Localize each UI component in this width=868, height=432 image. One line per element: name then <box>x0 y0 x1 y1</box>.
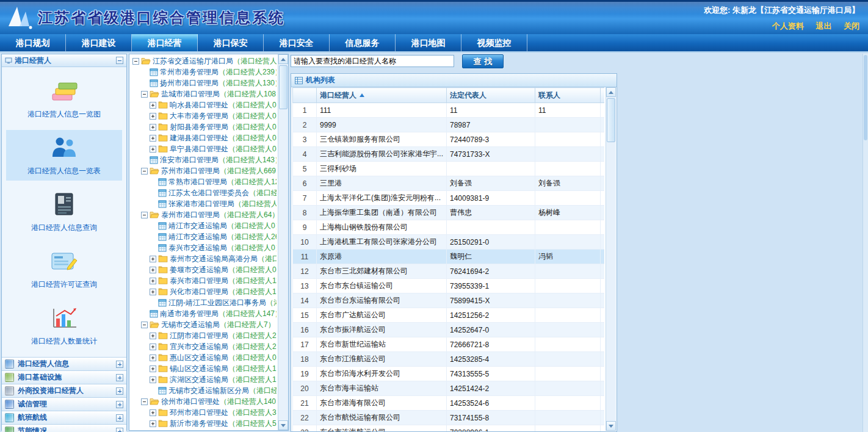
tree-node[interactable]: 盐城市港口管理局（港口经营人108） <box>131 88 277 99</box>
toggle-plus-icon[interactable] <box>150 135 156 142</box>
table-row[interactable]: 11东原港魏明仁冯韬 <box>293 250 605 264</box>
table-row[interactable]: 2999978987 <box>293 118 605 132</box>
nav-tab[interactable]: 视频监控 <box>461 34 527 51</box>
table-row[interactable]: 20东台市海丰运输站14251424-2 <box>293 381 605 396</box>
scroll-down-icon[interactable] <box>606 421 616 431</box>
sidebar-shortcut[interactable]: 港口经营人数量统计 <box>6 300 122 351</box>
nav-tab[interactable]: 信息服务 <box>330 34 396 51</box>
table-row[interactable]: 12东台市三北郊建材有限公司76241694-2 <box>293 264 605 279</box>
tree-node[interactable]: 无锡市交通运输新区分局（港口经营 <box>131 385 277 396</box>
scroll-down-icon[interactable] <box>278 420 288 430</box>
page-scrollbar[interactable] <box>863 54 868 432</box>
table-row[interactable]: 6三里港刘备强刘备强 <box>293 176 605 191</box>
sidebar-shortcut[interactable]: 港口经营许可证查询 <box>6 243 122 294</box>
sidebar-accordion[interactable]: 航班航线 <box>2 411 126 424</box>
tree-node[interactable]: 江苏太仓港口管理委员会（港口经营 <box>131 187 277 198</box>
sidebar-accordion[interactable]: 外商投资港口经营人 <box>2 384 126 397</box>
scroll-thumb[interactable] <box>607 98 615 142</box>
expand-icon[interactable] <box>116 401 123 408</box>
col-contact[interactable]: 联系人 <box>535 88 601 103</box>
tree-node[interactable]: 泰州市港口管理局（港口经营人64） <box>131 209 277 220</box>
tree-node[interactable]: 靖江市交通运输局（港口经营人0） <box>131 220 277 231</box>
tree-node[interactable]: 江苏省交通运输厅港口局（港口经营人200 <box>131 56 277 67</box>
table-row[interactable]: 15东台市广达航运公司14251256-2 <box>293 308 605 323</box>
tree-node[interactable]: 锡山区交通运输局（港口经营人1） <box>131 363 277 374</box>
tree-node[interactable]: 江阴市港口管理局（港口经营人2） <box>131 330 277 341</box>
sidebar-accordion[interactable]: 港口基础设施 <box>2 370 126 384</box>
nav-tab[interactable]: 港口安全 <box>264 34 330 51</box>
tree-node[interactable]: 姜堰市交通运输局（港口经营人0） <box>131 264 277 275</box>
tree-node[interactable]: 泰兴市交通运输局（港口经营人0） <box>131 242 277 253</box>
tree-node[interactable]: 大丰市港务管理局（港口经营人0） <box>131 110 277 121</box>
nav-tab[interactable]: 港口建设 <box>66 34 132 51</box>
search-input[interactable] <box>291 55 454 67</box>
toggle-plus-icon[interactable] <box>150 333 156 339</box>
tree-node[interactable]: 泰州市交通运输局高港分局（港口经 <box>131 253 277 264</box>
expand-icon[interactable] <box>116 361 123 368</box>
table-row[interactable]: 3三仓镇装卸服务有限公司72440789-3 <box>293 132 605 147</box>
toggle-plus-icon[interactable] <box>150 365 156 372</box>
scroll-thumb[interactable] <box>279 65 288 109</box>
col-legal-representative[interactable]: 法定代表人 <box>447 88 535 103</box>
search-button[interactable]: 查找 <box>462 54 504 68</box>
sidebar-accordion[interactable]: 港口经营人信息 <box>2 357 126 370</box>
col-operator[interactable]: 港口经营人 <box>317 88 447 103</box>
toggle-minus-icon[interactable] <box>141 91 148 98</box>
tree-node[interactable]: 苏州市港口管理局（港口经营人669） <box>131 165 277 176</box>
toggle-plus-icon[interactable] <box>150 278 156 284</box>
table-row[interactable]: 22东台市航悦运输有限公司73174155-8 <box>293 411 605 425</box>
tree-node[interactable]: 江阴-靖江工业园区港口事务局（港口 <box>131 297 277 308</box>
toggle-plus-icon[interactable] <box>150 376 156 383</box>
table-row[interactable]: 17东台市新世纪运输站72666721-8 <box>293 337 605 352</box>
table-row[interactable]: 19东台市沿海水利开发公司74313555-5 <box>293 367 605 381</box>
tree-node[interactable]: 张家港市港口管理局（港口经营人10 <box>131 198 277 209</box>
toggle-minus-icon[interactable] <box>132 58 139 65</box>
tree-node[interactable]: 泰兴市港口管理局（港口经营人11） <box>131 275 277 286</box>
tree-node[interactable]: 宜兴市交通运输局（港口经营人2） <box>131 341 277 352</box>
table-row[interactable]: 21东台市港海有限公司14253524-6 <box>293 396 605 411</box>
table-row[interactable]: 5三得利砂场 <box>293 162 605 176</box>
table-row[interactable]: 11111111 <box>293 103 605 118</box>
tree-node[interactable]: 淮安市港口管理局（港口经营人143） <box>131 154 277 165</box>
sidebar-shortcut[interactable]: 港口经营人信息查询 <box>6 187 122 237</box>
toggle-plus-icon[interactable] <box>150 289 156 295</box>
list-scrollbar[interactable] <box>606 87 616 431</box>
logout-link[interactable]: 退出 <box>816 21 831 31</box>
tree-node[interactable]: 新沂市港务管理处（港口经营人5） <box>131 418 277 429</box>
table-row[interactable]: 23东台市连海航运公司70388906-1 <box>293 425 605 432</box>
table-row[interactable]: 16东台市振洋航运公司14252647-0 <box>293 323 605 337</box>
scroll-up-icon[interactable] <box>606 87 616 97</box>
table-row[interactable]: 13东台市东台镇运输公司73955339-1 <box>293 279 605 293</box>
nav-tab[interactable]: 港口规划 <box>0 34 66 51</box>
table-row[interactable]: 8上海振华重工集团（南通）有限公司曹伟忠杨树峰 <box>293 206 605 220</box>
toggle-minus-icon[interactable] <box>141 322 148 328</box>
expand-icon[interactable] <box>116 414 123 422</box>
table-row[interactable]: 4三吉利能源股份有限公司张家港华宇...74731733-X <box>293 147 605 162</box>
table-row[interactable]: 10上海港机重工有限公司张家港分公司25150291-0 <box>293 235 605 250</box>
tree-node[interactable]: 射阳县港务管理局（港口经营人0） <box>131 121 277 132</box>
collapse-icon[interactable] <box>116 57 123 64</box>
expand-icon[interactable] <box>116 428 123 432</box>
toggle-plus-icon[interactable] <box>150 409 156 416</box>
toggle-minus-icon[interactable] <box>141 398 148 405</box>
toggle-plus-icon[interactable] <box>150 344 156 350</box>
toggle-plus-icon[interactable] <box>150 146 156 153</box>
tree-node[interactable]: 无锡市交通运输局（港口经营人7） <box>131 319 277 330</box>
tree-node[interactable]: 常州市港务管理局（港口经营人239） <box>131 67 277 77</box>
tree-node[interactable]: 靖江市交通运输局（港口经营人26） <box>131 231 277 242</box>
close-link[interactable]: 关闭 <box>844 21 859 31</box>
toggle-minus-icon[interactable] <box>141 212 148 218</box>
tree-node[interactable]: 徐州市港口管理处（港口经营人140） <box>131 396 277 407</box>
table-row[interactable]: 14东台市台东运输有限公司75899415-X <box>293 293 605 308</box>
toggle-plus-icon[interactable] <box>150 102 156 109</box>
sidebar-accordion[interactable]: 诚信管理 <box>2 397 126 411</box>
expand-icon[interactable] <box>116 387 123 395</box>
nav-tab[interactable]: 港口保安 <box>198 34 264 51</box>
expand-icon[interactable] <box>116 374 123 381</box>
tree-node[interactable]: 建湖县港口管理处（港口经营人0） <box>131 132 277 143</box>
toggle-plus-icon[interactable] <box>150 124 156 131</box>
tree-node[interactable]: 阜宁县港口管理处（港口经营人0） <box>131 143 277 154</box>
toggle-plus-icon[interactable] <box>150 420 156 427</box>
tree-node[interactable]: 响水县港口管理处（港口经营人0） <box>131 99 277 110</box>
scroll-thumb[interactable] <box>864 55 867 140</box>
